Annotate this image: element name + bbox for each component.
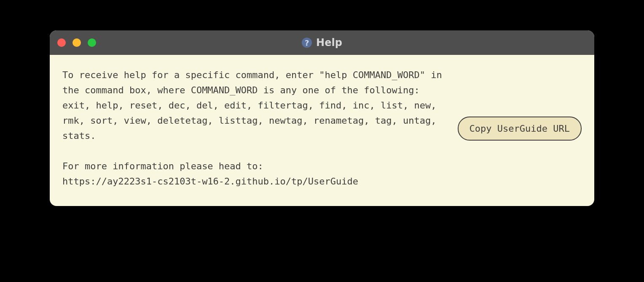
copy-userguide-url-button[interactable]: Copy UserGuide URL — [458, 117, 582, 141]
title-center: ? Help — [50, 37, 594, 49]
help-window: ? Help To receive help for a specific co… — [50, 30, 594, 206]
help-text-body: To receive help for a specific command, … — [62, 68, 445, 189]
window-title: Help — [316, 37, 342, 49]
window-content: To receive help for a specific command, … — [50, 55, 594, 206]
help-icon: ? — [302, 38, 312, 48]
zoom-window-button[interactable] — [88, 38, 96, 47]
close-window-button[interactable] — [57, 38, 66, 47]
minimize-window-button[interactable] — [72, 38, 81, 47]
traffic-lights — [57, 38, 96, 47]
titlebar[interactable]: ? Help — [50, 30, 594, 55]
